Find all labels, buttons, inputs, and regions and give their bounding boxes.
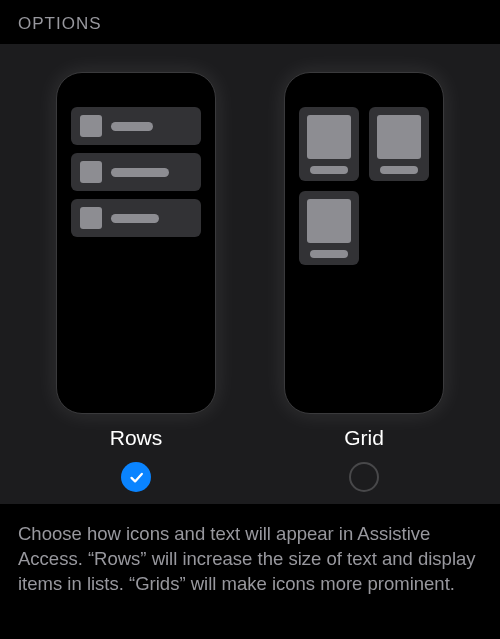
preview-grid-text — [310, 166, 348, 174]
options-panel: Rows — [0, 44, 500, 504]
radio-unselected-indicator — [349, 462, 379, 492]
preview-grid-wrap — [299, 107, 429, 265]
option-grid[interactable]: Grid — [284, 72, 444, 492]
option-rows-label: Rows — [110, 426, 163, 450]
preview-row-icon — [80, 115, 102, 137]
option-rows[interactable]: Rows — [56, 72, 216, 492]
options-description: Choose how icons and text will appear in… — [0, 504, 500, 597]
preview-grid-item — [299, 107, 359, 181]
layout-previews: Rows — [20, 72, 480, 492]
preview-row-text — [111, 214, 159, 223]
preview-grid-text — [310, 250, 348, 258]
preview-grid-icon — [307, 199, 351, 243]
preview-grid-text — [380, 166, 418, 174]
radio-selected-indicator — [121, 462, 151, 492]
preview-row-text — [111, 168, 169, 177]
preview-grid-item — [299, 191, 359, 265]
section-title: OPTIONS — [18, 14, 482, 34]
preview-row-item — [71, 153, 201, 191]
radio-rows[interactable] — [121, 462, 151, 492]
preview-row-item — [71, 107, 201, 145]
preview-grid-icon — [307, 115, 351, 159]
preview-grid-item — [369, 107, 429, 181]
preview-row-item — [71, 199, 201, 237]
preview-phone-rows — [56, 72, 216, 414]
checkmark-icon — [128, 469, 145, 486]
preview-row-icon — [80, 161, 102, 183]
preview-row-icon — [80, 207, 102, 229]
preview-row-text — [111, 122, 153, 131]
section-header: OPTIONS — [0, 0, 500, 44]
preview-phone-grid — [284, 72, 444, 414]
radio-grid[interactable] — [349, 462, 379, 492]
option-grid-label: Grid — [344, 426, 384, 450]
preview-grid-icon — [377, 115, 421, 159]
